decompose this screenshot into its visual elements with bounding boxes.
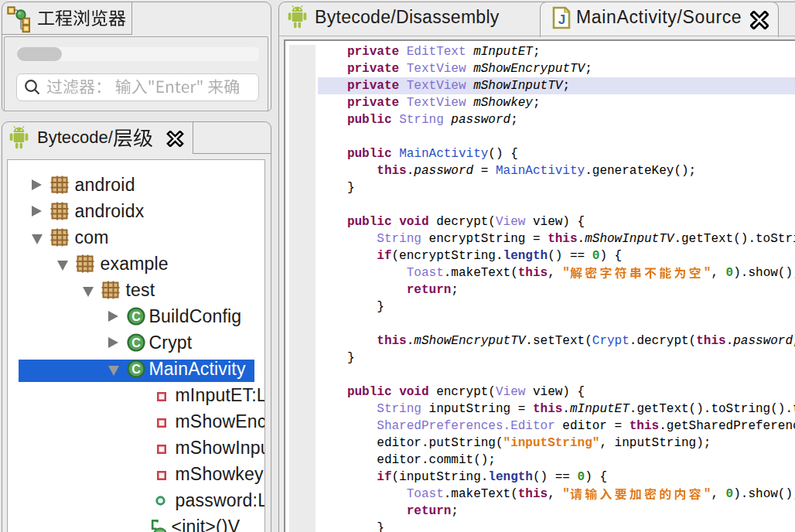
- svg-text:C: C: [131, 336, 141, 349]
- svg-text:C: C: [131, 309, 141, 322]
- svg-text:J: J: [558, 12, 565, 27]
- svg-text:C: C: [131, 362, 141, 375]
